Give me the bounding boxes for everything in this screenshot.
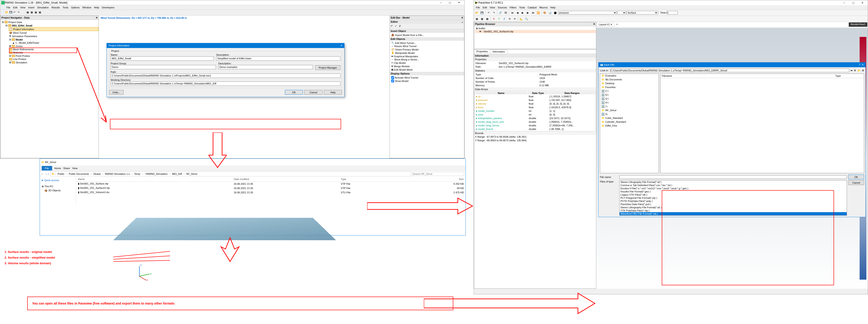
format-option[interactable]: Stereo Lithography File Format(*.stl ) xyxy=(620,206,847,209)
play-prev-icon[interactable]: ◀ xyxy=(515,10,520,15)
place-item[interactable]: 💽 G:\ xyxy=(600,97,659,101)
tab-information[interactable]: Information xyxy=(490,50,507,54)
place-item[interactable]: 📁 Cylinder_Standard xyxy=(600,120,659,124)
up-icon[interactable]: ↑ xyxy=(48,172,50,175)
menu-catalyst[interactable]: Catalyst xyxy=(526,6,538,9)
file-row[interactable]: ▮ Sim001_V01_VolumeV.vtu16.06.2021 21:35… xyxy=(76,190,465,194)
edit-item[interactable]: 🧭Orient Primary Model xyxy=(391,48,464,51)
edit-item[interactable]: ⊕Merge Models xyxy=(391,65,464,68)
ok-button[interactable]: OK xyxy=(285,90,303,95)
place-item[interactable]: 📁 My Documents xyxy=(600,78,659,82)
pipeline-item-selected[interactable]: 👁 Sim001_V01_SurfaceV.vtp xyxy=(475,30,596,33)
color-array-select[interactable]: pressure xyxy=(558,11,617,14)
ribbon-file[interactable]: File xyxy=(42,166,52,170)
disconnect-icon[interactable]: ⛓ xyxy=(503,10,508,15)
tree-item[interactable]: ▲1 - Model_EiffelTower xyxy=(9,41,99,44)
min-button[interactable]: ─ xyxy=(840,0,849,5)
menu-options[interactable]: Options xyxy=(70,6,81,9)
menu-edit[interactable]: Edit xyxy=(12,6,19,9)
breadcrumb[interactable]: Public xyxy=(56,172,66,176)
menu-tools[interactable]: Tools xyxy=(518,6,526,9)
breadcrumb[interactable]: M01_Eiff xyxy=(170,172,183,176)
tree-item[interactable]: ⚙Simulation Parameters xyxy=(9,34,99,38)
editor-tool-icon[interactable]: ✓ xyxy=(395,25,398,28)
chevron-down-icon[interactable]: ⌄ xyxy=(461,21,463,23)
menu-results[interactable]: Results xyxy=(50,6,61,9)
activate-wind-tunnel-checkbox[interactable] xyxy=(391,76,394,79)
time-input[interactable] xyxy=(666,11,678,14)
undo-icon[interactable]: ↶ xyxy=(486,10,491,15)
component-select[interactable] xyxy=(617,11,626,14)
edit-item[interactable]: ✂Clip Model xyxy=(391,61,464,65)
pipeline-item[interactable]: 🖥builtin: xyxy=(475,27,596,30)
max-button[interactable]: ▢ xyxy=(849,0,858,5)
tool-icon[interactable]: 📐 xyxy=(519,16,524,21)
help-button[interactable]: Help xyxy=(324,90,342,95)
connect-icon[interactable]: 🔗 xyxy=(498,10,503,15)
tool-icon[interactable]: ▦ xyxy=(474,16,479,21)
sidebar-item-quickaccess[interactable]: ★ Quick access xyxy=(41,178,74,183)
redo-icon[interactable]: ↷ xyxy=(491,10,496,15)
fwd-icon[interactable]: → xyxy=(44,172,47,175)
file-row[interactable]: ▮ Sim001_V01_SurfaceV.vtp16.06.2021 21:3… xyxy=(76,186,465,190)
colormap-icon[interactable]: 🎨 xyxy=(542,10,547,15)
col-type[interactable]: Type xyxy=(339,177,401,182)
col-size[interactable]: Size xyxy=(401,177,465,182)
menu-insert[interactable]: Insert xyxy=(27,6,36,9)
ribbon-view[interactable]: View xyxy=(72,167,78,170)
format-option[interactable]: Comma or Tab Delimited Files(*.csv *.tsv… xyxy=(620,184,847,187)
edit-item[interactable]: ▦Edit Model Mesh xyxy=(391,68,464,71)
show-model-checkbox[interactable] xyxy=(391,79,394,83)
tree-project-info[interactable]: 📋Project Information xyxy=(9,27,99,31)
menu-tools[interactable]: Tools xyxy=(61,6,69,9)
editbar-close-icon[interactable]: ✕ xyxy=(461,16,463,19)
panel-close-icon[interactable]: ✕ xyxy=(593,23,595,26)
filename-input[interactable] xyxy=(619,175,847,179)
redo-icon[interactable]: ↷ xyxy=(18,11,21,14)
new-icon[interactable]: 📄 xyxy=(1,11,5,14)
cancel-button[interactable]: Cancel xyxy=(304,90,322,95)
ribbon-home[interactable]: Home xyxy=(54,167,61,170)
format-option-selected[interactable]: Wavefront OBJ File Format(*.obj ) xyxy=(620,212,847,215)
format-option[interactable]: VTK PolyData Files(*.vtp ) xyxy=(620,209,847,212)
breadcrumb[interactable]: Dlubal xyxy=(92,172,102,176)
rescale-icon[interactable]: 📊 xyxy=(548,10,553,15)
format-option[interactable]: ParaView Data Files(*.pvd ) xyxy=(620,203,847,206)
view1-icon[interactable]: ▦ xyxy=(27,11,30,14)
place-item[interactable]: 📁 Favorites xyxy=(600,85,659,89)
up-icon[interactable]: ⬆ xyxy=(854,69,856,72)
place-item[interactable]: 📁 Desktop xyxy=(600,82,659,85)
save-icon[interactable]: 💾 xyxy=(479,10,485,15)
close-button[interactable]: ✕ xyxy=(455,0,463,5)
edit-item[interactable]: →Move Along a Vector... xyxy=(391,58,464,61)
axis-z-icon[interactable]: Z xyxy=(502,16,507,21)
format-option[interactable]: Exodus II File(*.e *.ex2 *.ex2v2 *.exo *… xyxy=(620,187,847,190)
menu-view[interactable]: View xyxy=(19,6,27,9)
format-option[interactable]: Stereo Lithography File Format(*.stl ) xyxy=(620,181,847,184)
edit-item[interactable]: ↔Resize Wind Tunnel xyxy=(391,44,464,48)
col-date[interactable]: Date modified xyxy=(232,177,339,182)
display-item[interactable]: Show Model xyxy=(391,79,464,83)
place-item[interactable]: 💽 H:\ xyxy=(600,101,659,105)
options-icon[interactable]: ⚙ xyxy=(862,69,864,72)
play-icon[interactable]: ▶ xyxy=(520,10,525,15)
back-icon[interactable]: ← xyxy=(41,172,44,175)
save-icon[interactable]: 💾 xyxy=(9,11,13,14)
axis-x-icon[interactable]: X xyxy=(491,16,496,21)
play-first-icon[interactable]: ⏮ xyxy=(510,10,515,15)
menu-filters[interactable]: Filters xyxy=(508,6,518,9)
undo-icon[interactable]: ↶ xyxy=(13,11,17,14)
min-button[interactable]: ─ xyxy=(436,0,445,5)
editor-tool-icon[interactable]: ✗ xyxy=(399,25,403,28)
sidebar-item-thispc[interactable]: 🖥 This PC xyxy=(41,184,74,188)
tool-icon[interactable]: ▦ xyxy=(485,16,490,21)
menu-simulation[interactable]: Simulation xyxy=(36,6,50,9)
play-last-icon[interactable]: ⏭ xyxy=(531,10,535,15)
place-item[interactable]: 📁 RF_Simul xyxy=(600,108,659,112)
close-button[interactable]: ✕ xyxy=(858,0,867,5)
col-name[interactable]: Name xyxy=(76,177,232,182)
ok-button[interactable]: OK xyxy=(848,174,864,179)
col-filename[interactable]: Filename xyxy=(662,74,835,77)
place-item[interactable]: 💽 D:\ xyxy=(600,93,659,97)
layout-tab[interactable]: Layout #1 ✕ xyxy=(597,23,614,27)
